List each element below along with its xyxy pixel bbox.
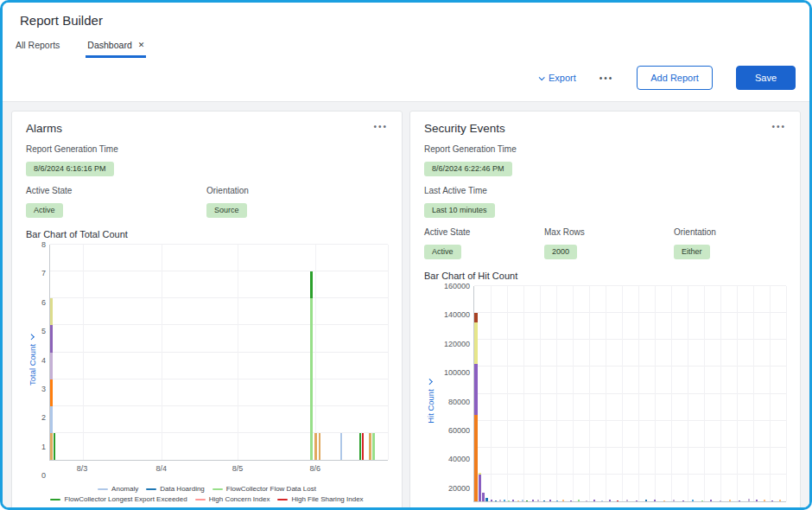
more-options-icon[interactable]: •••: [599, 73, 614, 83]
legend-swatch-icon: [50, 499, 60, 500]
close-icon[interactable]: ✕: [138, 41, 145, 49]
tab-dashboard[interactable]: Dashboard ✕: [86, 35, 146, 58]
bar-segment: [474, 322, 478, 364]
legend-item[interactable]: Data Hoarding: [146, 484, 205, 494]
h-gridline: [50, 297, 388, 298]
export-button[interactable]: Export: [539, 73, 576, 83]
chevron-down-icon: [29, 334, 35, 340]
save-button[interactable]: Save: [736, 66, 796, 90]
x-tick-label: 06:00 AM: [576, 506, 609, 510]
bar-segment: [319, 433, 321, 460]
panel-menu-icon[interactable]: •••: [771, 122, 786, 131]
panel-title: Security Events: [424, 122, 505, 135]
bar-segment: [50, 298, 53, 325]
dashboard-content: Alarms ••• Report Generation Time 8/6/20…: [3, 101, 809, 510]
bar-segment: [636, 500, 638, 501]
bar-segment: [310, 298, 313, 460]
bar-segment: [617, 500, 619, 501]
last-active-time-badge: Last 10 minutes: [424, 203, 495, 218]
bar-segment: [556, 500, 558, 501]
page-title: Report Builder: [20, 13, 792, 28]
x-tick-label: 04:00 PM: [740, 506, 774, 510]
bar-segment: [479, 473, 481, 475]
legend-item[interactable]: FlowCollector Flow Data Lost: [213, 484, 316, 494]
bar-segment: [549, 500, 551, 501]
bar-segment: [673, 500, 675, 501]
x-tick-label: 02:00 PM: [707, 506, 741, 510]
x-axis-labels: 12:00 AM02:00 AM04:00 AM06:00 AM08:00 AM…: [473, 506, 786, 510]
bar-segment: [485, 498, 488, 501]
h-gridline: [474, 339, 786, 340]
v-gridline: [573, 286, 574, 501]
legend-item[interactable]: High Traffic: [114, 505, 162, 510]
bar-segment: [50, 433, 53, 460]
y-axis-selector[interactable]: Total Count: [28, 335, 37, 385]
legend-item[interactable]: FlowCollector Longest Export Exceeded: [50, 494, 187, 505]
h-gridline: [474, 285, 786, 286]
bar-segment: [739, 500, 740, 501]
legend-item[interactable]: Suspect Data Hoarding: [288, 505, 373, 510]
y-tick-label: 100000: [444, 368, 470, 377]
bar-segment: [491, 500, 492, 501]
active-state-badge: Active: [26, 203, 63, 218]
bar-segment: [748, 499, 750, 501]
y-tick-label: 40000: [448, 455, 470, 463]
bar-segment: [340, 433, 343, 460]
legend-item[interactable]: Anomaly: [98, 484, 138, 494]
v-gridline: [507, 286, 508, 501]
legend-label: Suspect Data Hoarding: [301, 505, 373, 510]
plot-area[interactable]: [473, 286, 786, 502]
v-gridline: [523, 286, 524, 501]
y-axis-selector[interactable]: Hit Count: [426, 380, 435, 424]
bar-segment: [495, 500, 497, 501]
legend-swatch-icon: [213, 488, 223, 490]
plot-area[interactable]: [49, 245, 388, 461]
x-tick-label: 8/6: [309, 464, 320, 473]
report-generation-time-label: Report Generation Time: [424, 144, 786, 154]
tab-all-reports[interactable]: All Reports: [14, 35, 61, 58]
legend-swatch-icon: [277, 499, 288, 500]
legend-item[interactable]: High Concern Index: [195, 494, 270, 505]
h-gridline: [474, 420, 786, 421]
legend-item[interactable]: Packet Flood: [225, 505, 280, 510]
bar-segment: [499, 500, 501, 501]
y-tick-label: 6: [41, 298, 46, 307]
y-tick-label: 20000: [448, 484, 470, 493]
v-gridline: [671, 286, 672, 501]
bar-segment: [645, 500, 647, 501]
legend-label: Packet Flood: [239, 505, 280, 510]
h-gridline: [50, 432, 388, 433]
x-tick-label: 02:00 AM: [511, 506, 543, 510]
legend-item[interactable]: High File Sharing Index: [277, 494, 363, 505]
bar-segment: [482, 493, 485, 501]
h-gridline: [50, 352, 388, 353]
v-gridline: [737, 286, 738, 501]
legend-item[interactable]: Low Traffic: [170, 505, 218, 510]
v-gridline: [770, 286, 771, 501]
y-axis-title: Hit Count: [426, 389, 435, 424]
orientation-badge: Source: [206, 203, 247, 218]
v-gridline: [606, 286, 606, 501]
alarms-chart: Total Count 012345678 8/38/48/58/6 Anoma…: [26, 245, 388, 510]
chart-heading: Bar Chart of Total Count: [26, 229, 388, 239]
x-tick-label: 8/3: [77, 464, 88, 473]
panel-menu-icon[interactable]: •••: [373, 122, 388, 131]
legend-label: FlowCollector Flow Data Lost: [226, 484, 316, 494]
h-gridline: [50, 324, 388, 325]
v-gridline: [540, 286, 541, 501]
export-label: Export: [549, 73, 576, 83]
x-tick-label: 8/5: [232, 464, 244, 473]
bar-segment: [522, 500, 523, 501]
v-gridline: [238, 245, 238, 460]
legend-label: Anomaly: [111, 484, 138, 494]
bar-segment: [543, 500, 545, 501]
bar-segment: [532, 500, 534, 501]
legend-item[interactable]: High Total Traffic: [41, 505, 106, 510]
bar-segment: [474, 313, 478, 322]
legend-label: High Total Traffic: [55, 505, 106, 510]
y-tick-label: 160000: [444, 282, 470, 290]
bar-segment: [474, 415, 478, 501]
bar-segment: [586, 500, 587, 501]
add-report-button[interactable]: Add Report: [637, 66, 713, 90]
h-gridline: [50, 244, 388, 245]
